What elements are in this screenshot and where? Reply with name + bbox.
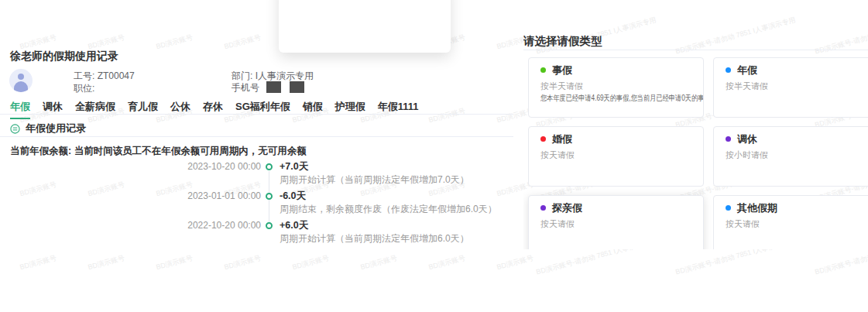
picker-divider	[523, 50, 868, 50]
leave-type-card-年假[interactable]: 年假 按半天请假	[713, 57, 868, 118]
tab-育儿假[interactable]: 育儿假	[128, 100, 158, 119]
leave-type-dot-icon	[726, 136, 731, 142]
leave-type-card-婚假[interactable]: 婚假 按天请假	[528, 126, 704, 187]
floating-box	[279, 0, 451, 53]
leave-type-dot-icon	[726, 67, 731, 73]
leave-type-dot-icon	[540, 136, 546, 142]
leave-type-name: 调休	[737, 132, 757, 146]
timeline-row: 2023-10-20 00:00 +7.0天 周期开始计算（当前周期法定年假增加…	[0, 160, 513, 186]
leave-type-name: 探亲假	[552, 201, 582, 215]
section-title: 年假使用记录	[26, 122, 86, 135]
tab-调休[interactable]: 调休	[43, 100, 63, 119]
timeline-row: 2022-10-20 00:00 +6.0天 周期开始计算（当前周期法定年假增加…	[0, 219, 513, 245]
timeline-description: 周期开始计算（当前周期法定年假增加6.0天）	[280, 233, 469, 245]
phone-label: 手机号	[232, 82, 259, 93]
tab-全薪病假[interactable]: 全薪病假	[75, 100, 115, 119]
leave-unit-text: 按半天请假	[726, 81, 768, 92]
phone-redacted-block	[266, 81, 281, 93]
leave-type-card-其他假期[interactable]: 其他假期 按天请假	[713, 195, 868, 249]
timeline-description: 周期开始计算（当前周期法定年假增加7.0天）	[280, 174, 469, 186]
timeline-dot-icon	[266, 193, 273, 200]
leave-type-dot-icon	[540, 67, 546, 73]
timeline-dot-icon	[266, 222, 273, 229]
tab-护理假[interactable]: 护理假	[335, 100, 365, 119]
leave-type-dot-icon	[540, 205, 546, 211]
leave-unit-text: 按天请假	[540, 218, 575, 230]
leave-timeline: 2023-10-20 00:00 +7.0天 周期开始计算（当前周期法定年假增加…	[0, 160, 513, 249]
leave-type-card-调休[interactable]: 调休 按小时请假	[713, 126, 868, 187]
leave-type-name: 婚假	[552, 132, 572, 146]
position-label: 职位:	[74, 83, 94, 94]
department-value: I人事演示专用	[256, 70, 314, 81]
section-divider	[0, 136, 513, 137]
leave-usage-note: 您本年度已经申请4.69天的事假,您当前月已经申请0天的事假!	[540, 93, 704, 104]
balance-note: 当前年假余额: 当前时间该员工不在年假余额可用周期内，无可用余额	[10, 145, 307, 158]
leave-unit-text: 按半天请假	[540, 81, 583, 92]
tab-公休[interactable]: 公休	[170, 100, 190, 119]
tab-存休[interactable]: 存休	[203, 100, 223, 119]
panel-title: 徐老师的假期使用记录	[10, 50, 118, 63]
picker-title: 请选择请假类型	[523, 34, 602, 49]
phone-field: 手机号	[232, 81, 304, 94]
employee-id-field: 工号: ZT00047	[74, 70, 135, 83]
tab-销假[interactable]: 销假	[303, 100, 323, 119]
leave-unit-text: 按小时请假	[726, 149, 768, 161]
section-header: 年假使用记录	[10, 122, 86, 135]
leave-type-card-探亲假[interactable]: 探亲假 按天请假	[528, 195, 704, 249]
record-icon	[10, 124, 20, 134]
timeline-date: 2022-10-20 00:00	[0, 219, 261, 231]
leave-type-name: 其他假期	[737, 201, 777, 215]
leave-type-tabs: 年假调休全薪病假育儿假公休存休SG福利年假销假护理假年假1111	[10, 100, 419, 119]
leave-type-name: 事假	[552, 63, 572, 77]
timeline-description: 周期结束，剩余额度作废（作废法定年假增加6.0天）	[280, 204, 497, 215]
tab-年假[interactable]: 年假	[10, 100, 30, 119]
timeline-date: 2023-10-20 00:00	[0, 160, 261, 173]
leave-unit-text: 按天请假	[726, 218, 760, 230]
timeline-date: 2023-01-01 00:00	[0, 190, 261, 202]
phone-redacted-block	[290, 81, 304, 93]
tabs-divider	[0, 114, 513, 115]
employee-id-value: ZT00047	[98, 70, 135, 81]
timeline-delta: +6.0天	[280, 219, 469, 231]
tab-年假1111[interactable]: 年假1111	[378, 100, 419, 119]
timeline-delta: -6.0天	[280, 190, 497, 202]
timeline-row: 2023-01-01 00:00 -6.0天 周期结束，剩余额度作废（作废法定年…	[0, 190, 513, 215]
position-field: 职位:	[74, 82, 94, 95]
leave-type-cards: 事假 按半天请假 您本年度已经申请4.69天的事假,您当前月已经申请0天的事假!…	[528, 57, 868, 249]
leave-type-card-事假[interactable]: 事假 按半天请假 您本年度已经申请4.69天的事假,您当前月已经申请0天的事假!	[528, 57, 704, 118]
department-label: 部门:	[232, 70, 252, 81]
tab-SG福利年假[interactable]: SG福利年假	[235, 100, 290, 119]
timeline-dot-icon	[266, 163, 273, 170]
avatar	[9, 69, 33, 92]
leave-type-dot-icon	[726, 205, 731, 211]
employee-id-label: 工号:	[74, 70, 94, 81]
avatar-person-icon	[18, 74, 24, 80]
leave-type-name: 年假	[737, 63, 757, 77]
leave-type-picker-panel: 请选择请假类型 事假 按半天请假 您本年度已经申请4.69天的事假,您当前月已经…	[523, 0, 868, 249]
leave-unit-text: 按天请假	[540, 149, 575, 161]
timeline-delta: +7.0天	[280, 160, 469, 173]
